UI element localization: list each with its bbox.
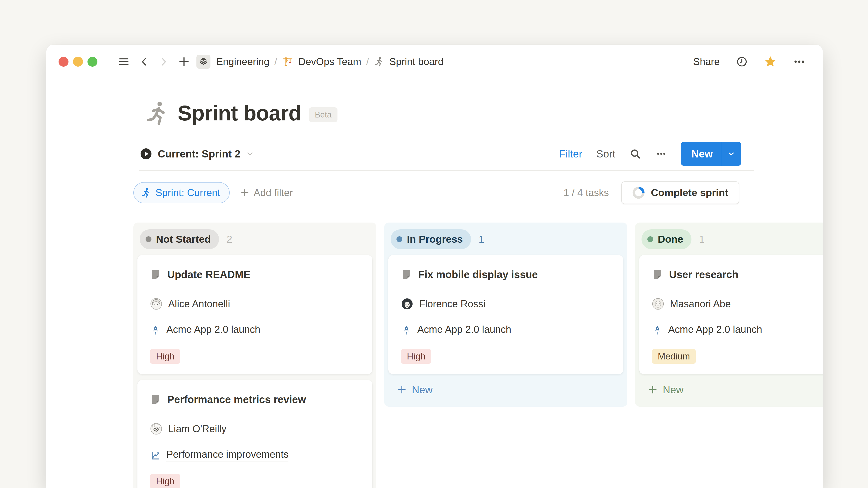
nav-icons bbox=[118, 56, 190, 68]
assignee-name: Alice Antonelli bbox=[168, 298, 230, 310]
page-note-icon bbox=[150, 394, 161, 405]
breadcrumb-item-devops-team[interactable]: DevOps Team bbox=[298, 56, 361, 67]
project-link[interactable]: Acme App 2.0 launch bbox=[166, 324, 260, 337]
forward-icon[interactable] bbox=[158, 57, 169, 67]
add-card-button[interactable]: New bbox=[384, 374, 627, 405]
close-button[interactable] bbox=[59, 57, 68, 67]
column-count: 1 bbox=[479, 233, 485, 245]
project-link[interactable]: Acme App 2.0 launch bbox=[668, 324, 762, 337]
project-link[interactable]: Acme App 2.0 launch bbox=[417, 324, 511, 337]
complete-sprint-label: Complete sprint bbox=[651, 187, 728, 199]
filter-button[interactable]: Filter bbox=[559, 148, 582, 160]
search-icon[interactable] bbox=[629, 148, 642, 160]
task-card[interactable]: Fix mobile display issue bbox=[388, 255, 623, 374]
status-label: Not Started bbox=[156, 233, 211, 245]
running-person-icon bbox=[141, 187, 151, 198]
status-dot bbox=[397, 236, 402, 242]
task-title: Performance metrics review bbox=[167, 393, 306, 405]
new-page-plus-icon[interactable] bbox=[178, 56, 190, 68]
plus-icon bbox=[648, 385, 658, 395]
column-header: Not Started 2 bbox=[133, 223, 376, 249]
back-icon[interactable] bbox=[139, 57, 149, 67]
tasks-count: 1 / 4 tasks bbox=[563, 187, 609, 198]
minimize-button[interactable] bbox=[73, 57, 83, 67]
chevron-down-icon bbox=[246, 150, 254, 158]
priority-tag: High bbox=[150, 349, 180, 364]
rocket-icon bbox=[150, 325, 161, 336]
sort-button[interactable]: Sort bbox=[596, 148, 615, 160]
filter-row: Sprint: Current Add filter 1 / 4 tasks C… bbox=[133, 180, 739, 205]
status-badge-not-started[interactable]: Not Started bbox=[140, 229, 219, 249]
task-card[interactable]: Performance metrics review bbox=[137, 380, 372, 488]
chart-increasing-icon bbox=[150, 450, 161, 461]
rocket-icon bbox=[652, 325, 663, 336]
priority-tag: Medium bbox=[652, 349, 696, 364]
traffic-lights bbox=[59, 57, 97, 67]
priority-tag: High bbox=[150, 474, 180, 488]
column-header: Done 1 bbox=[635, 223, 823, 249]
priority-tag: High bbox=[401, 349, 431, 364]
cards-container: Update README Alice Antonelli bbox=[133, 249, 376, 488]
add-filter-button[interactable]: Add filter bbox=[240, 187, 293, 198]
more-options-icon[interactable] bbox=[793, 55, 806, 68]
status-label: In Progress bbox=[407, 233, 463, 245]
avatar bbox=[652, 298, 664, 310]
plus-icon bbox=[397, 385, 407, 395]
column-count: 2 bbox=[227, 233, 232, 245]
view-options-ellipsis-icon[interactable] bbox=[655, 148, 667, 160]
workspace-icon-chip[interactable] bbox=[196, 55, 211, 69]
share-button[interactable]: Share bbox=[693, 56, 720, 67]
add-card-label: New bbox=[412, 384, 433, 396]
board-column-in-progress: In Progress 1 Fix mobile display issue bbox=[384, 223, 627, 407]
column-count: 1 bbox=[699, 233, 705, 245]
task-title: User research bbox=[669, 268, 739, 281]
new-button[interactable]: New bbox=[681, 142, 741, 166]
running-person-icon[interactable] bbox=[144, 100, 170, 126]
board-column-not-started: Not Started 2 Update README bbox=[133, 223, 376, 488]
view-tab-current-sprint[interactable]: Current: Sprint 2 bbox=[140, 148, 254, 160]
add-filter-label: Add filter bbox=[254, 187, 293, 198]
play-circle-icon bbox=[140, 148, 152, 160]
task-card[interactable]: Update README Alice Antonelli bbox=[137, 255, 372, 374]
breadcrumb-separator: / bbox=[366, 56, 369, 67]
breadcrumb-item-engineering[interactable]: Engineering bbox=[216, 56, 270, 67]
page-note-icon bbox=[150, 269, 161, 280]
favorite-star-icon[interactable] bbox=[764, 55, 777, 68]
breadcrumb-separator: / bbox=[274, 56, 277, 67]
complete-sprint-button[interactable]: Complete sprint bbox=[621, 182, 739, 204]
clock-icon[interactable] bbox=[736, 56, 748, 68]
toolbar-actions: Filter Sort New bbox=[559, 142, 741, 166]
window-header-bar: Engineering / DevOps Team / Sprint board… bbox=[46, 45, 823, 78]
project-link[interactable]: Performance improvements bbox=[166, 449, 288, 462]
status-dot bbox=[146, 236, 151, 242]
hamburger-menu-icon[interactable] bbox=[118, 56, 130, 68]
plus-icon bbox=[240, 188, 250, 197]
breadcrumb-item-sprint-board[interactable]: Sprint board bbox=[389, 56, 443, 67]
sprint-filter-chip[interactable]: Sprint: Current bbox=[133, 182, 230, 203]
page-title-row: Sprint board Beta bbox=[144, 96, 338, 130]
add-card-label: New bbox=[663, 384, 684, 396]
toolbar-divider bbox=[139, 170, 754, 171]
status-dot bbox=[647, 236, 653, 242]
column-header: In Progress 1 bbox=[384, 223, 627, 249]
avatar bbox=[150, 298, 162, 310]
sprint-filter-label: Sprint: Current bbox=[156, 187, 220, 198]
chevron-down-icon[interactable] bbox=[721, 142, 741, 166]
view-label: Current: Sprint 2 bbox=[158, 148, 240, 160]
beta-badge: Beta bbox=[309, 107, 338, 122]
status-badge-in-progress[interactable]: In Progress bbox=[391, 229, 471, 249]
header-actions: Share bbox=[693, 55, 806, 68]
zoom-button[interactable] bbox=[88, 57, 97, 67]
progress-ring-icon bbox=[632, 186, 645, 199]
construction-crane-icon bbox=[282, 56, 293, 67]
task-title: Fix mobile display issue bbox=[418, 268, 538, 281]
status-badge-done[interactable]: Done bbox=[642, 229, 691, 249]
cards-container: User research Masanori Ab bbox=[635, 249, 823, 374]
task-card[interactable]: User research Masanori Ab bbox=[639, 255, 823, 374]
stacked-layers-icon bbox=[198, 57, 209, 67]
new-button-label[interactable]: New bbox=[681, 142, 721, 166]
status-label: Done bbox=[658, 233, 683, 245]
avatar bbox=[401, 298, 413, 310]
add-card-button[interactable]: New bbox=[635, 374, 823, 405]
sprint-board: Not Started 2 Update README bbox=[133, 223, 823, 488]
